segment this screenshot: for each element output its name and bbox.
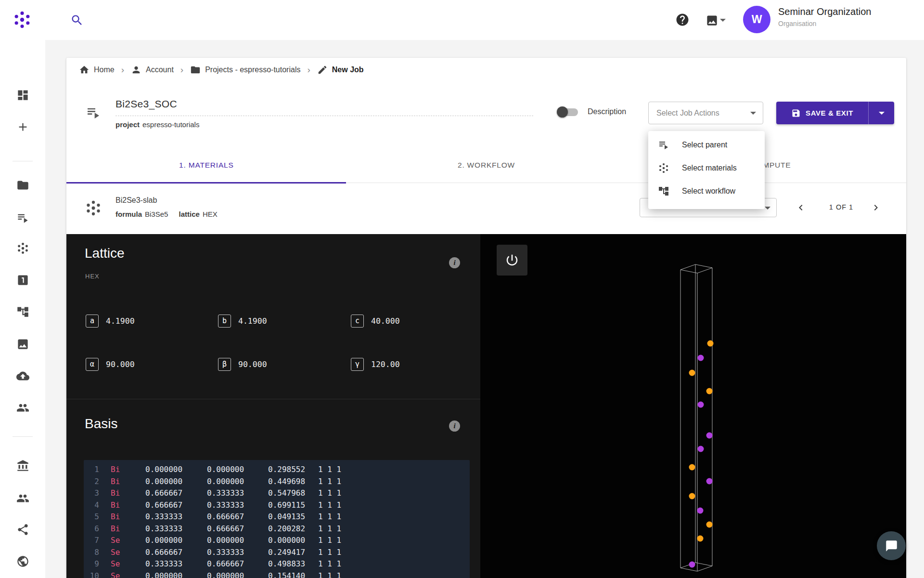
- basis-row: 2Bi0.0000000.0000000.4496981 1 1: [84, 476, 470, 488]
- person-icon: [131, 65, 141, 75]
- lattice-param-a[interactable]: a4.1900: [86, 314, 218, 328]
- basis-info-icon[interactable]: i: [449, 420, 460, 432]
- basis-code[interactable]: 1Bi0.0000000.0000000.2985521 1 12Bi0.000…: [84, 460, 470, 578]
- chat-support-button[interactable]: [877, 531, 906, 560]
- atom-Bi: [697, 508, 704, 514]
- menu-item-select-materials[interactable]: Select materials: [648, 157, 765, 180]
- param-value: 4.1900: [106, 316, 135, 326]
- tab-workflow[interactable]: 2. WORKFLOW: [346, 147, 627, 183]
- description-toggle[interactable]: [558, 108, 578, 116]
- crystal-structure-canvas: [480, 234, 906, 578]
- material-name: Bi2Se3-slab: [116, 196, 157, 205]
- chevron-left-icon: [795, 202, 807, 213]
- sidebar-organization-icon[interactable]: [12, 455, 33, 476]
- breadcrumb-new-job[interactable]: New Job: [317, 65, 364, 75]
- tab-bar: 1. MATERIALS 2. WORKFLOW 3. COMPUTE: [66, 147, 906, 183]
- breadcrumb-project[interactable]: Projects - espresso-tutorials: [190, 65, 300, 75]
- sidebar-cloud-upload-icon[interactable]: [12, 365, 33, 386]
- viewer-power-button[interactable]: [497, 245, 527, 276]
- param-value: 40.000: [371, 316, 400, 326]
- param-symbol: β: [218, 358, 231, 371]
- pencil-icon: [317, 65, 328, 75]
- sidebar-workflows-icon[interactable]: [12, 301, 33, 322]
- image-icon: [706, 14, 719, 27]
- tab-materials[interactable]: 1. MATERIALS: [66, 147, 346, 183]
- menu-item-select-workflow[interactable]: Select workflow: [648, 180, 765, 203]
- lattice-param-alpha[interactable]: α90.000: [86, 357, 218, 371]
- menu-item-label: Select parent: [682, 141, 727, 149]
- breadcrumb-separator: ›: [307, 65, 310, 75]
- material-pagination: 1 OF 1: [816, 203, 866, 211]
- lattice-param-beta[interactable]: β90.000: [218, 357, 351, 371]
- lattice-param-c[interactable]: c40.000: [351, 314, 476, 328]
- lattice-param-b[interactable]: b4.1900: [218, 314, 351, 328]
- basis-row: 7Se0.0000000.0000000.0000001 1 1: [84, 535, 470, 547]
- menu-item-label: Select workflow: [682, 187, 735, 196]
- section-divider: [66, 399, 480, 399]
- lattice-info-icon[interactable]: i: [449, 257, 460, 268]
- basis-row: 9Se0.3333330.6666670.4988331 1 1: [84, 558, 470, 570]
- menu-item-select-parent[interactable]: Select parent: [648, 133, 765, 157]
- save-exit-button[interactable]: SAVE & EXIT: [776, 102, 894, 124]
- structure-viewer[interactable]: [480, 234, 906, 578]
- basis-row: 5Bi0.3333330.6666670.0491351 1 1: [84, 511, 470, 523]
- parent-jobs-icon: [658, 139, 669, 151]
- breadcrumb-home[interactable]: Home: [79, 65, 115, 75]
- next-material-button[interactable]: [870, 199, 887, 216]
- media-menu-button[interactable]: [706, 13, 730, 28]
- search-button[interactable]: [70, 10, 90, 30]
- param-symbol: γ: [351, 358, 364, 371]
- sidebar-notebook-one-icon[interactable]: [12, 269, 33, 290]
- atom-Se: [706, 522, 713, 528]
- breadcrumb-account[interactable]: Account: [131, 65, 174, 75]
- save-dropdown-toggle[interactable]: [868, 102, 894, 124]
- active-tab-indicator: [66, 182, 346, 184]
- materials-icon: [658, 162, 669, 174]
- job-title[interactable]: Bi2Se3_SOC: [116, 98, 177, 110]
- avatar[interactable]: W: [743, 6, 770, 33]
- search-icon: [70, 13, 84, 27]
- sidebar-add-icon[interactable]: [12, 116, 33, 137]
- basis-row: 4Bi0.6666670.3333330.6991151 1 1: [84, 499, 470, 512]
- sidebar-media-icon[interactable]: [12, 333, 33, 355]
- breadcrumb-label: New Job: [332, 66, 364, 74]
- atom-Bi: [689, 562, 695, 568]
- basis-row: 1Bi0.0000000.0000000.2985521 1 1: [84, 464, 470, 476]
- material-editor-pane: Lattice i HEX a4.1900 b4.1900 c40.000 α9…: [66, 234, 480, 578]
- atom-Bi: [698, 402, 704, 408]
- toggle-thumb: [557, 106, 568, 118]
- title-underline: [116, 116, 533, 116]
- sidebar-public-icon[interactable]: [12, 551, 33, 572]
- basis-title: Basis: [85, 416, 117, 432]
- project-label: project: [116, 120, 140, 129]
- lattice-value: HEX: [203, 210, 218, 218]
- material-meta: formulaBi3Se5 latticeHEX: [116, 210, 218, 218]
- breadcrumb-label: Home: [94, 66, 115, 74]
- sidebar-materials-icon[interactable]: [12, 237, 33, 259]
- sidebar-team-icon[interactable]: [12, 397, 33, 418]
- project-value: espresso-tutorials: [142, 120, 199, 129]
- workflow-tree-icon: [658, 185, 669, 197]
- job-actions-select[interactable]: Select Job Actions: [648, 102, 763, 124]
- job-project-line: projectespresso-tutorials: [116, 120, 199, 129]
- param-value: 90.000: [238, 360, 267, 369]
- atom-Bi: [706, 433, 713, 439]
- help-button[interactable]: [675, 12, 692, 28]
- atom-Se: [689, 493, 695, 499]
- atom-Se: [706, 388, 713, 394]
- save-exit-label: SAVE & EXIT: [806, 109, 853, 117]
- lattice-param-gamma[interactable]: γ120.00: [351, 357, 476, 371]
- job-type-icon: [86, 105, 101, 120]
- atom-Bi: [698, 446, 704, 452]
- sidebar-projects-icon[interactable]: [12, 174, 33, 196]
- lattice-title: Lattice: [85, 246, 125, 261]
- sidebar-jobs-icon[interactable]: [12, 207, 33, 228]
- sidebar-share-icon[interactable]: [12, 519, 33, 540]
- mat3ra-logo-icon[interactable]: [12, 9, 33, 30]
- prev-material-button[interactable]: [795, 199, 812, 216]
- sidebar-community-icon[interactable]: [12, 487, 33, 509]
- basis-row: 8Se0.6666670.3333330.2494171 1 1: [84, 547, 470, 559]
- power-icon: [505, 253, 519, 267]
- sidebar-dashboard-icon[interactable]: [12, 84, 33, 105]
- param-symbol: b: [218, 315, 231, 328]
